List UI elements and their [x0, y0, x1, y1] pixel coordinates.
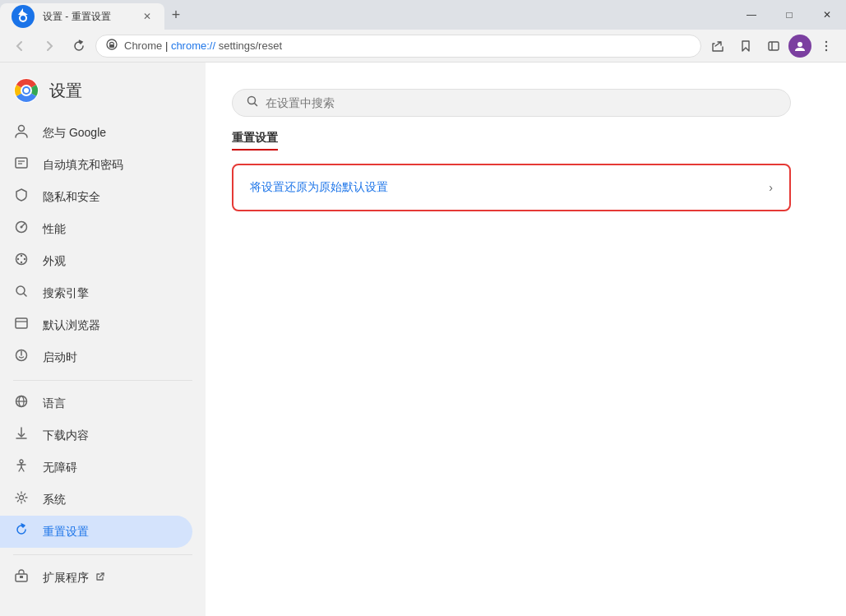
sidebar-item-label-extensions: 扩展程序 — [43, 571, 89, 586]
reload-button[interactable] — [66, 33, 92, 59]
sidebar-item-startup[interactable]: 启动时 — [0, 341, 192, 373]
svg-rect-4 — [109, 44, 114, 48]
bookmark-button[interactable] — [733, 33, 759, 59]
svg-point-20 — [21, 226, 23, 229]
back-button[interactable] — [7, 33, 33, 59]
sidebar: 设置 您与 Google — [0, 63, 206, 616]
sidebar-item-system[interactable]: 系统 — [0, 484, 192, 516]
sidebar-header: 设置 — [0, 71, 206, 117]
sidebar-item-autofill[interactable]: 自动填充和密码 — [0, 149, 192, 181]
tab-strip: 设置 - 重置设置 ✕ + — [0, 0, 733, 30]
url-path: chrome:// — [171, 39, 215, 52]
address-bar[interactable]: Chrome | chrome:// settings/reset — [95, 35, 701, 58]
svg-line-27 — [24, 294, 26, 296]
forward-button[interactable] — [36, 33, 62, 59]
reset-icon — [13, 522, 30, 541]
sidebar-divider-2 — [13, 554, 192, 555]
system-icon — [13, 490, 30, 509]
sidebar-icon — [767, 39, 780, 53]
share-icon — [711, 39, 724, 53]
nav-right-controls — [705, 33, 839, 59]
sidebar-item-privacy[interactable]: 隐私和安全 — [0, 181, 192, 213]
autofill-icon — [13, 155, 30, 174]
forward-icon — [43, 39, 56, 53]
title-bar: 设置 - 重置设置 ✕ + — □ ✕ — [0, 0, 846, 30]
svg-point-22 — [21, 255, 22, 257]
reset-option-arrow: › — [769, 181, 773, 194]
sidebar-toggle-button[interactable] — [760, 33, 787, 59]
sidebar-item-label-accessibility: 无障碍 — [43, 461, 77, 475]
minimize-button[interactable]: — — [733, 0, 770, 30]
sidebar-item-label-google: 您与 Google — [43, 126, 106, 141]
browser-icon — [13, 316, 30, 335]
url-separator: | — [165, 39, 171, 52]
sidebar-item-label-privacy: 隐私和安全 — [43, 190, 100, 205]
person-icon — [13, 123, 30, 142]
accessibility-icon — [13, 458, 30, 477]
sidebar-item-accessibility[interactable]: 无障碍 — [0, 452, 192, 484]
profile-button[interactable] — [788, 35, 811, 58]
url-text: Chrome | chrome:// settings/reset — [124, 39, 691, 52]
restore-defaults-option[interactable]: 将设置还原为原始默认设置 › — [233, 165, 789, 210]
reload-icon — [72, 39, 86, 53]
svg-point-9 — [825, 44, 827, 46]
sidebar-item-label-reset: 重置设置 — [43, 525, 89, 540]
svg-point-10 — [825, 49, 827, 50]
new-tab-button[interactable]: + — [164, 3, 187, 26]
profile-icon — [793, 39, 807, 53]
sidebar-item-language[interactable]: 语言 — [0, 387, 192, 419]
sidebar-item-label-language: 语言 — [43, 396, 66, 411]
reset-settings-card: 将设置还原为原始默认设置 › — [232, 164, 791, 211]
svg-point-14 — [24, 88, 29, 93]
sidebar-item-performance[interactable]: 性能 — [0, 213, 192, 245]
sidebar-item-label-search: 搜索引擎 — [43, 286, 89, 301]
sidebar-item-label-startup: 启动时 — [43, 350, 77, 365]
maximize-button[interactable]: □ — [770, 0, 808, 30]
sidebar-item-extensions[interactable]: 扩展程序 — [0, 562, 192, 594]
svg-point-7 — [797, 42, 802, 47]
bookmark-icon — [739, 39, 752, 53]
active-tab[interactable]: 设置 - 重置设置 ✕ — [0, 3, 164, 30]
svg-line-40 — [19, 467, 21, 471]
tab-favicon — [10, 3, 36, 30]
tab-title: 设置 - 重置设置 — [43, 10, 111, 24]
shield-icon — [13, 188, 30, 206]
sidebar-item-label-system: 系统 — [43, 493, 66, 507]
sidebar-wrapper: 设置 您与 Google — [0, 63, 206, 616]
restore-defaults-label: 将设置还原为原始默认设置 — [250, 180, 388, 195]
close-button[interactable]: ✕ — [808, 0, 846, 30]
search-box[interactable] — [232, 89, 791, 117]
menu-button[interactable] — [813, 33, 839, 59]
lock-icon — [106, 39, 118, 53]
sidebar-item-search[interactable]: 搜索引擎 — [0, 277, 192, 309]
sidebar-item-label-browser: 默认浏览器 — [43, 318, 100, 333]
url-rest: settings/reset — [219, 39, 282, 52]
search-engine-icon — [13, 284, 30, 303]
svg-line-41 — [21, 467, 24, 471]
sidebar-item-google[interactable]: 您与 Google — [0, 117, 192, 149]
sidebar-item-reset[interactable]: 重置设置 — [0, 516, 192, 548]
share-button[interactable] — [705, 33, 731, 59]
search-icon — [246, 95, 259, 111]
svg-rect-16 — [16, 158, 27, 168]
appearance-icon — [13, 252, 30, 271]
performance-icon — [13, 220, 30, 239]
content-area: 重置设置 将设置还原为原始默认设置 › — [206, 63, 846, 616]
sidebar-item-downloads[interactable]: 下载内容 — [0, 419, 192, 452]
svg-point-25 — [17, 258, 19, 260]
sidebar-title: 设置 — [49, 80, 82, 102]
svg-rect-5 — [769, 42, 779, 50]
sidebar-nav: 您与 Google 自动填充和密码 — [0, 117, 206, 594]
sidebar-item-browser[interactable]: 默认浏览器 — [0, 309, 192, 341]
url-scheme: Chrome — [124, 39, 162, 52]
search-input[interactable] — [266, 96, 777, 109]
sidebar-divider-1 — [13, 380, 192, 381]
sidebar-item-appearance[interactable]: 外观 — [0, 245, 192, 277]
svg-rect-44 — [20, 576, 23, 578]
tab-close-button[interactable]: ✕ — [140, 9, 155, 24]
back-icon — [13, 39, 26, 53]
downloads-icon — [13, 426, 30, 445]
search-container — [232, 82, 791, 130]
svg-rect-28 — [16, 318, 27, 328]
sidebar-item-label-performance: 性能 — [43, 222, 66, 237]
